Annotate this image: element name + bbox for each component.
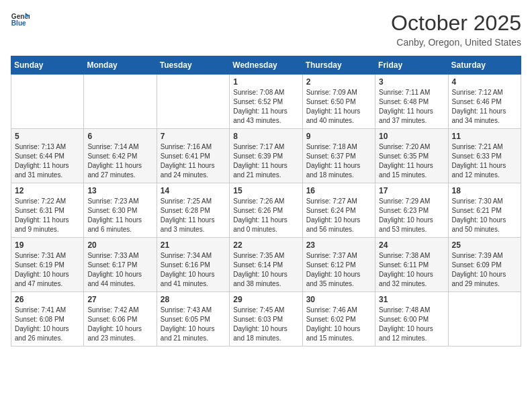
calendar-week-row: 1Sunrise: 7:08 AM Sunset: 6:52 PM Daylig…: [11, 75, 521, 129]
day-info: Sunrise: 7:26 AM Sunset: 6:26 PM Dayligh…: [233, 197, 298, 234]
day-number: 3: [379, 77, 444, 87]
day-info: Sunrise: 7:22 AM Sunset: 6:31 PM Dayligh…: [15, 197, 80, 234]
calendar-day-cell: [84, 75, 157, 129]
day-info: Sunrise: 7:31 AM Sunset: 6:19 PM Dayligh…: [15, 251, 80, 289]
day-number: 8: [233, 132, 298, 141]
day-info: Sunrise: 7:29 AM Sunset: 6:23 PM Dayligh…: [379, 197, 444, 234]
day-number: 29: [233, 295, 298, 304]
weekday-header-friday: Friday: [375, 56, 448, 75]
day-number: 10: [379, 132, 444, 141]
location: Canby, Oregon, United States: [391, 37, 521, 48]
day-number: 19: [15, 240, 80, 250]
weekday-header-tuesday: Tuesday: [157, 56, 229, 75]
weekday-header-saturday: Saturday: [448, 56, 521, 75]
month-title: October 2025: [391, 11, 521, 36]
day-info: Sunrise: 7:12 AM Sunset: 6:46 PM Dayligh…: [452, 88, 517, 126]
calendar-day-cell: 19Sunrise: 7:31 AM Sunset: 6:19 PM Dayli…: [11, 238, 84, 292]
day-number: 9: [306, 132, 371, 141]
weekday-header-wednesday: Wednesday: [230, 56, 302, 75]
day-info: Sunrise: 7:14 AM Sunset: 6:42 PM Dayligh…: [87, 142, 152, 180]
calendar-day-cell: [448, 292, 521, 347]
calendar-day-cell: 12Sunrise: 7:22 AM Sunset: 6:31 PM Dayli…: [11, 183, 84, 238]
calendar-day-cell: 20Sunrise: 7:33 AM Sunset: 6:17 PM Dayli…: [84, 238, 157, 292]
day-number: 30: [306, 295, 371, 304]
calendar-day-cell: 23Sunrise: 7:37 AM Sunset: 6:12 PM Dayli…: [302, 238, 375, 292]
calendar-day-cell: 16Sunrise: 7:27 AM Sunset: 6:24 PM Dayli…: [302, 183, 375, 238]
calendar-day-cell: 28Sunrise: 7:43 AM Sunset: 6:05 PM Dayli…: [157, 292, 229, 347]
day-info: Sunrise: 7:42 AM Sunset: 6:06 PM Dayligh…: [87, 306, 152, 343]
calendar-day-cell: 9Sunrise: 7:18 AM Sunset: 6:37 PM Daylig…: [302, 129, 375, 183]
calendar-day-cell: 7Sunrise: 7:16 AM Sunset: 6:41 PM Daylig…: [157, 129, 229, 183]
calendar-day-cell: 21Sunrise: 7:34 AM Sunset: 6:16 PM Dayli…: [157, 238, 229, 292]
calendar-day-cell: 22Sunrise: 7:35 AM Sunset: 6:14 PM Dayli…: [230, 238, 302, 292]
calendar-week-row: 19Sunrise: 7:31 AM Sunset: 6:19 PM Dayli…: [11, 238, 521, 292]
day-number: 4: [452, 77, 517, 87]
day-info: Sunrise: 7:37 AM Sunset: 6:12 PM Dayligh…: [306, 251, 371, 289]
calendar-day-cell: 2Sunrise: 7:09 AM Sunset: 6:50 PM Daylig…: [302, 75, 375, 129]
calendar-day-cell: 17Sunrise: 7:29 AM Sunset: 6:23 PM Dayli…: [375, 183, 448, 238]
calendar-day-cell: 3Sunrise: 7:11 AM Sunset: 6:48 PM Daylig…: [375, 75, 448, 129]
day-number: 20: [87, 240, 152, 250]
day-number: 23: [306, 240, 371, 250]
day-info: Sunrise: 7:13 AM Sunset: 6:44 PM Dayligh…: [15, 142, 80, 180]
calendar-week-row: 5Sunrise: 7:13 AM Sunset: 6:44 PM Daylig…: [11, 129, 521, 183]
day-info: Sunrise: 7:34 AM Sunset: 6:16 PM Dayligh…: [161, 251, 226, 289]
title-block: October 2025 Canby, Oregon, United State…: [391, 11, 521, 48]
svg-text:Blue: Blue: [11, 19, 26, 27]
day-number: 2: [306, 77, 371, 87]
calendar-day-cell: 6Sunrise: 7:14 AM Sunset: 6:42 PM Daylig…: [84, 129, 157, 183]
day-info: Sunrise: 7:17 AM Sunset: 6:39 PM Dayligh…: [233, 142, 298, 180]
calendar-day-cell: 15Sunrise: 7:26 AM Sunset: 6:26 PM Dayli…: [230, 183, 302, 238]
day-info: Sunrise: 7:08 AM Sunset: 6:52 PM Dayligh…: [233, 88, 298, 126]
day-number: 14: [161, 186, 226, 195]
weekday-header-monday: Monday: [84, 56, 157, 75]
calendar-day-cell: 18Sunrise: 7:30 AM Sunset: 6:21 PM Dayli…: [448, 183, 521, 238]
calendar-day-cell: 31Sunrise: 7:48 AM Sunset: 6:00 PM Dayli…: [375, 292, 448, 347]
day-number: 1: [233, 77, 298, 87]
day-info: Sunrise: 7:41 AM Sunset: 6:08 PM Dayligh…: [15, 306, 80, 343]
day-info: Sunrise: 7:23 AM Sunset: 6:30 PM Dayligh…: [87, 197, 152, 234]
page-header: General Blue October 2025 Canby, Oregon,…: [11, 11, 521, 48]
day-number: 18: [452, 186, 517, 195]
day-info: Sunrise: 7:21 AM Sunset: 6:33 PM Dayligh…: [452, 142, 517, 180]
day-number: 12: [15, 186, 80, 195]
day-info: Sunrise: 7:09 AM Sunset: 6:50 PM Dayligh…: [306, 88, 371, 126]
logo: General Blue: [11, 11, 30, 30]
day-info: Sunrise: 7:46 AM Sunset: 6:02 PM Dayligh…: [306, 306, 371, 343]
day-number: 27: [87, 295, 152, 304]
day-info: Sunrise: 7:18 AM Sunset: 6:37 PM Dayligh…: [306, 142, 371, 180]
calendar-day-cell: [11, 75, 84, 129]
calendar-day-cell: 14Sunrise: 7:25 AM Sunset: 6:28 PM Dayli…: [157, 183, 229, 238]
day-info: Sunrise: 7:38 AM Sunset: 6:11 PM Dayligh…: [379, 251, 444, 289]
calendar-day-cell: 29Sunrise: 7:45 AM Sunset: 6:03 PM Dayli…: [230, 292, 302, 347]
day-number: 7: [161, 132, 226, 141]
calendar-week-row: 26Sunrise: 7:41 AM Sunset: 6:08 PM Dayli…: [11, 292, 521, 347]
day-info: Sunrise: 7:43 AM Sunset: 6:05 PM Dayligh…: [161, 306, 226, 343]
day-number: 22: [233, 240, 298, 250]
day-number: 11: [452, 132, 517, 141]
logo-icon: General Blue: [11, 11, 30, 30]
day-info: Sunrise: 7:48 AM Sunset: 6:00 PM Dayligh…: [379, 306, 444, 343]
day-number: 24: [379, 240, 444, 250]
calendar-day-cell: 26Sunrise: 7:41 AM Sunset: 6:08 PM Dayli…: [11, 292, 84, 347]
day-number: 5: [15, 132, 80, 141]
day-number: 31: [379, 295, 444, 304]
calendar-day-cell: 25Sunrise: 7:39 AM Sunset: 6:09 PM Dayli…: [448, 238, 521, 292]
calendar-day-cell: 24Sunrise: 7:38 AM Sunset: 6:11 PM Dayli…: [375, 238, 448, 292]
day-info: Sunrise: 7:30 AM Sunset: 6:21 PM Dayligh…: [452, 197, 517, 234]
day-number: 28: [161, 295, 226, 304]
day-number: 21: [161, 240, 226, 250]
calendar-day-cell: 30Sunrise: 7:46 AM Sunset: 6:02 PM Dayli…: [302, 292, 375, 347]
calendar-day-cell: 11Sunrise: 7:21 AM Sunset: 6:33 PM Dayli…: [448, 129, 521, 183]
day-number: 25: [452, 240, 517, 250]
calendar-table: SundayMondayTuesdayWednesdayThursdayFrid…: [11, 56, 521, 347]
day-info: Sunrise: 7:35 AM Sunset: 6:14 PM Dayligh…: [233, 251, 298, 289]
weekday-header-sunday: Sunday: [11, 56, 84, 75]
day-info: Sunrise: 7:33 AM Sunset: 6:17 PM Dayligh…: [87, 251, 152, 289]
calendar-day-cell: 8Sunrise: 7:17 AM Sunset: 6:39 PM Daylig…: [230, 129, 302, 183]
weekday-header-row: SundayMondayTuesdayWednesdayThursdayFrid…: [11, 56, 521, 75]
day-info: Sunrise: 7:16 AM Sunset: 6:41 PM Dayligh…: [161, 142, 226, 180]
day-info: Sunrise: 7:11 AM Sunset: 6:48 PM Dayligh…: [379, 88, 444, 126]
day-number: 15: [233, 186, 298, 195]
day-number: 17: [379, 186, 444, 195]
